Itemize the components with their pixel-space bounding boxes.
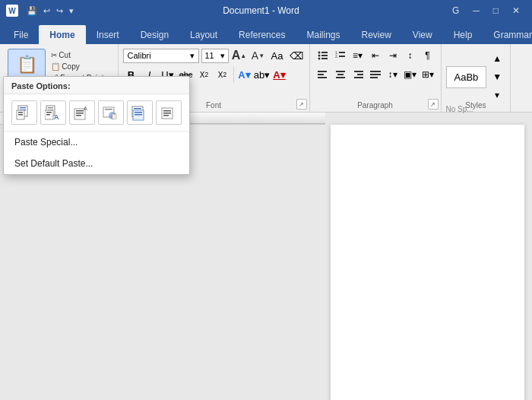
- paste-merge-button[interactable]: A: [40, 100, 66, 125]
- copy-label: Copy: [62, 62, 79, 71]
- tab-grammarly[interactable]: Grammarly: [483, 25, 532, 44]
- svg-rect-27: [18, 112, 23, 113]
- svg-rect-18: [354, 77, 363, 78]
- paragraph-row-1: 1.2. ≡▾ ⇤ ⇥ ↕ ¶: [315, 47, 436, 64]
- tab-mailings[interactable]: Mailings: [296, 25, 350, 44]
- minimize-button[interactable]: ─: [467, 4, 486, 17]
- paste-picture-button[interactable]: 📋: [98, 100, 124, 125]
- svg-rect-38: [76, 113, 84, 114]
- svg-rect-34: [46, 114, 50, 116]
- close-button[interactable]: ✕: [506, 4, 526, 17]
- text-effects-button[interactable]: A▾: [236, 66, 253, 83]
- show-marks-button[interactable]: ¶: [420, 47, 436, 64]
- grammarly-icon[interactable]: G: [446, 4, 465, 17]
- svg-rect-12: [318, 77, 327, 78]
- align-right-button[interactable]: [350, 66, 366, 83]
- tab-review[interactable]: Review: [350, 25, 401, 44]
- paste-special-label: Paste Special...: [14, 137, 78, 148]
- styles-scroll-up[interactable]: ▲: [489, 50, 505, 67]
- paste-keep-text-button[interactable]: A: [69, 100, 95, 125]
- save-button[interactable]: 💾: [24, 5, 40, 17]
- svg-rect-30: [48, 107, 53, 109]
- svg-rect-11: [318, 74, 324, 75]
- quick-access-dropdown[interactable]: ▾: [67, 5, 76, 17]
- styles-section-label: Styles: [442, 101, 511, 110]
- redo-button[interactable]: ↪: [54, 5, 65, 17]
- tab-file[interactable]: File: [3, 25, 39, 44]
- borders-button[interactable]: ⊞▾: [420, 66, 436, 83]
- bullets-button[interactable]: [315, 47, 331, 64]
- svg-rect-42: [105, 109, 112, 110]
- paragraph-expand-button[interactable]: ↗: [428, 99, 439, 110]
- paragraph-row-2: ↕▾ ▣▾ ⊞▾: [315, 66, 436, 83]
- superscript-button[interactable]: X2: [214, 66, 231, 83]
- svg-point-4: [318, 58, 320, 60]
- document-page[interactable]: [331, 125, 524, 400]
- shading-button[interactable]: ▣▾: [402, 66, 419, 83]
- cut-button[interactable]: ✂ Cut: [49, 50, 112, 60]
- tab-references[interactable]: References: [228, 25, 296, 44]
- tab-design[interactable]: Design: [130, 25, 179, 44]
- paste-icons-row: A A 📋: [4, 94, 189, 132]
- set-default-paste-item[interactable]: Set Default Paste...: [4, 153, 189, 174]
- word-icon: W: [6, 5, 18, 17]
- font-color-button[interactable]: A▾: [271, 66, 288, 83]
- increase-indent-button[interactable]: ⇥: [385, 47, 401, 64]
- decrease-indent-button[interactable]: ⇤: [367, 47, 384, 64]
- paste-html-button[interactable]: [127, 100, 153, 125]
- change-case-button[interactable]: Aa: [269, 47, 286, 64]
- copy-button[interactable]: 📋 Copy: [49, 62, 112, 71]
- svg-rect-54: [163, 113, 171, 114]
- justify-button[interactable]: [367, 66, 384, 83]
- tab-home[interactable]: Home: [39, 25, 85, 44]
- font-row-1: Calibri ▾ 11 ▾ A▲ A▼ Aa ⌫: [123, 47, 305, 64]
- svg-rect-46: [134, 108, 141, 110]
- align-left-button[interactable]: [315, 66, 331, 83]
- tab-insert[interactable]: Insert: [86, 25, 130, 44]
- svg-rect-39: [76, 115, 81, 116]
- svg-rect-28: [18, 114, 23, 116]
- font-name-dropdown[interactable]: Calibri ▾: [123, 49, 199, 63]
- restore-button[interactable]: □: [487, 4, 505, 17]
- cut-label: Cut: [59, 51, 71, 59]
- font-shrink-button[interactable]: A▼: [250, 47, 267, 64]
- paste-text-only-button[interactable]: [156, 100, 182, 125]
- title-bar: W 💾 ↩ ↪ ▾ Document1 - Word G ─ □ ✕: [0, 0, 532, 21]
- paste-keep-source-button[interactable]: [11, 100, 37, 125]
- svg-rect-1: [321, 52, 328, 53]
- tab-view[interactable]: View: [402, 25, 443, 44]
- font-size-dropdown[interactable]: 11 ▾: [201, 49, 229, 63]
- svg-rect-9: [339, 56, 345, 57]
- paragraph-section-label: Paragraph: [310, 101, 441, 110]
- svg-rect-20: [370, 74, 381, 75]
- multilevel-list-button[interactable]: ≡▾: [350, 47, 366, 64]
- paste-special-item[interactable]: Paste Special...: [4, 132, 189, 153]
- undo-button[interactable]: ↩: [41, 5, 52, 17]
- highlight-color-button[interactable]: ab▾: [254, 66, 271, 83]
- paste-icon: 📋: [14, 52, 39, 77]
- svg-rect-5: [321, 58, 328, 59]
- svg-rect-50: [135, 112, 142, 113]
- svg-rect-15: [336, 77, 345, 78]
- svg-point-0: [318, 52, 320, 54]
- styles-normal-item[interactable]: AaBb: [446, 66, 487, 88]
- document-title: Document1 - Word: [81, 5, 442, 16]
- subscript-button[interactable]: X2: [196, 66, 213, 83]
- styles-section: AaBb ▲ ▼ ▾ No Sp... Styles: [442, 44, 511, 112]
- svg-rect-17: [357, 74, 363, 75]
- align-center-button[interactable]: [332, 66, 349, 83]
- numbering-button[interactable]: 1.2.: [332, 47, 349, 64]
- svg-rect-33: [46, 112, 52, 113]
- line-spacing-button[interactable]: ↕▾: [385, 66, 401, 83]
- svg-text:📋: 📋: [111, 113, 118, 119]
- svg-rect-3: [321, 55, 328, 56]
- font-grow-button[interactable]: A▲: [231, 47, 248, 64]
- sort-button[interactable]: ↕: [402, 47, 419, 64]
- styles-scroll-down[interactable]: ▼: [489, 68, 505, 85]
- tab-layout[interactable]: Layout: [179, 25, 228, 44]
- font-expand-button[interactable]: ↗: [296, 99, 307, 110]
- font-name-value: Calibri: [128, 51, 151, 60]
- tab-help[interactable]: Help: [443, 25, 483, 44]
- clear-formatting-button[interactable]: ⌫: [288, 47, 305, 64]
- svg-text:A: A: [54, 113, 59, 121]
